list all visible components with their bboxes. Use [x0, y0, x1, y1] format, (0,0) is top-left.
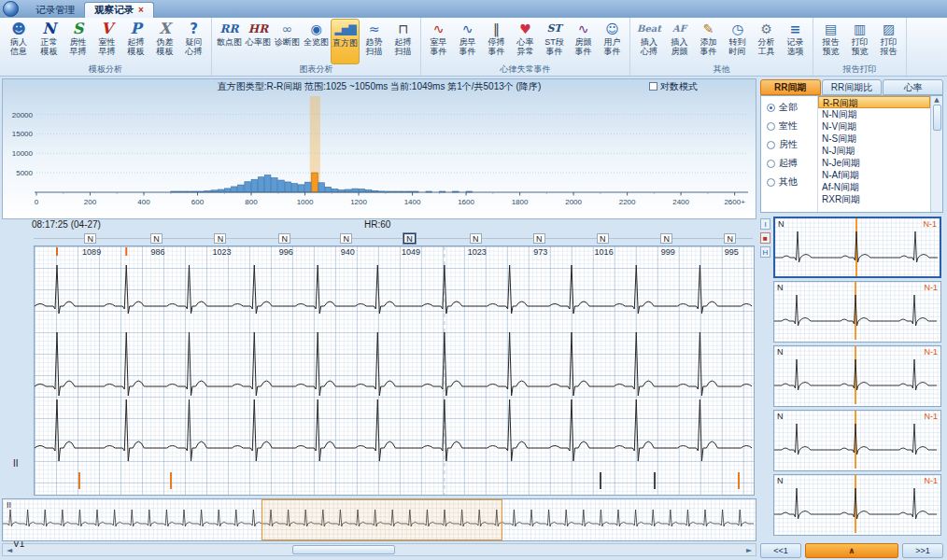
radio-other[interactable]: 其他 [767, 175, 817, 189]
beat-annotation[interactable]: N [214, 233, 226, 244]
tab-observe-record[interactable]: 观察记录 × [84, 2, 154, 18]
ribbon-button-atrial-template[interactable]: S房性 早搏 [64, 19, 92, 64]
beat-preview-item[interactable]: N N-1 [773, 217, 941, 278]
app-menu-button[interactable] [3, 1, 19, 17]
ribbon-button-pvc-event[interactable]: ∿室早 事件 [424, 19, 453, 64]
interval-list-item[interactable]: N-J间期 [818, 145, 930, 157]
horizontal-scrollbar[interactable]: ◄ ► [2, 543, 756, 556]
ribbon-button-insert-af[interactable]: AF插入 房颤 [665, 19, 694, 64]
ribbon-button-label: 正常 模板 [41, 37, 58, 56]
interval-list-item[interactable]: N-Je间期 [818, 157, 930, 169]
tab-rr-interval[interactable]: RR间期 [760, 79, 821, 95]
beat-annotation[interactable]: N [533, 233, 545, 244]
ribbon-button-af-event[interactable]: ∿房颤 事件 [569, 19, 598, 64]
expand-button[interactable]: ∧ [805, 543, 898, 558]
beat-annotation-row: NNNNNNNNNNN [34, 232, 753, 245]
ribbon-button-diagnosis-chart[interactable]: ∞诊断图 [273, 19, 302, 64]
beat-annotation[interactable]: N [597, 233, 609, 244]
interval-list-item[interactable]: RXR间期 [818, 193, 930, 205]
prev-page-button[interactable]: <<1 [760, 543, 801, 558]
beat-annotation[interactable]: N [470, 233, 482, 244]
beat-preview-item[interactable]: N N-1 [773, 410, 941, 471]
interval-type-list: R-R间期 N-N间期 N-V间期 N-S间期 N-J间期 N-Je间期 N-A… [817, 96, 942, 212]
rr-interval-value: 986 [139, 247, 177, 257]
radio-atrial[interactable]: 房性 [767, 138, 817, 151]
preview-tool-scale-icon[interactable]: H [760, 246, 770, 258]
ribbon-button-add-event[interactable]: ✎添加 事件 [694, 19, 723, 64]
interval-list-item[interactable]: N-V间期 [818, 120, 930, 133]
beat-annotation[interactable]: N [724, 233, 736, 244]
ribbon-button-pause-event[interactable]: ‖停搏 事件 [482, 19, 511, 64]
tab-rr-ratio[interactable]: RR间期比 [822, 79, 883, 95]
ribbon-button-histogram[interactable]: ▂▅▇直方图 [331, 19, 360, 64]
ribbon-button-user-event[interactable]: ☺用户 事件 [598, 19, 627, 64]
ribbon-button-record-options[interactable]: ≡记录 选项 [781, 19, 810, 64]
interval-list-item[interactable]: N-S间期 [818, 133, 930, 145]
ribbon-button-apc-event[interactable]: ∿房早 事件 [453, 19, 482, 64]
interval-list-item[interactable]: N-Af间期 [818, 169, 930, 181]
ribbon-group-label: 其他 [633, 64, 810, 76]
insert-beat-icon: Beat [637, 20, 661, 37]
list-scrollbar[interactable]: ▲ [930, 96, 942, 212]
ribbon-button-pace-scan[interactable]: ⊓起搏 扫描 [389, 19, 417, 64]
interval-list-item[interactable]: R-R间期 [818, 96, 930, 108]
ribbon-button-insert-beat[interactable]: Beat插入 心搏 [633, 19, 665, 64]
beat-annotation[interactable]: N [150, 233, 163, 244]
ribbon-button-st-event[interactable]: STST段 事件 [540, 19, 569, 64]
radio-ventricular[interactable]: 室性 [767, 119, 817, 133]
ecg-strip-panel[interactable]: 10899861023996940104910239731016999995 [34, 245, 755, 496]
ribbon-button-label: 报告 预览 [823, 37, 840, 56]
ribbon-button-hr-chart[interactable]: HR心率图 [244, 19, 273, 64]
beat-annotation[interactable]: N [340, 233, 352, 244]
preview-tool-mark-icon[interactable]: ■ [760, 232, 770, 244]
ribbon-button-goto-time[interactable]: ◷转到 时间 [723, 19, 752, 64]
tab-heart-rate[interactable]: 心率 [883, 79, 943, 95]
overview-selection[interactable] [261, 499, 502, 540]
ribbon-button-question-template[interactable]: ?疑问 心搏 [179, 19, 208, 64]
beat-annotation[interactable]: N [278, 233, 290, 244]
beat-preview-item[interactable]: N N-1 [773, 345, 941, 407]
preview-tool-lead-icon[interactable]: I [760, 218, 770, 230]
ribbon-button-trend-scan[interactable]: ≈趋势 扫描 [360, 19, 389, 64]
beat-annotation[interactable]: N [84, 233, 96, 244]
overview-chart-icon: ◉ [310, 20, 321, 37]
histogram-plot[interactable]: 5000100001500020000020040060080010001200… [3, 93, 756, 218]
tab-record-management[interactable]: 记录管理 [26, 2, 84, 18]
beat-preview-item[interactable]: N N-1 [773, 474, 941, 536]
ribbon-button-print-report[interactable]: ▨打印 报告 [874, 19, 903, 64]
scroll-right-icon[interactable]: ► [742, 546, 756, 554]
preview-waveform [774, 282, 937, 340]
ribbon-button-ventricular-template[interactable]: V室性 早搏 [92, 19, 121, 64]
scrollbar-thumb[interactable] [292, 545, 395, 554]
next-page-button[interactable]: >>1 [902, 543, 943, 558]
ribbon-button-report-preview[interactable]: ▤报告 预览 [816, 19, 845, 64]
ribbon-button-patient-info[interactable]: ☻病人 信息 [3, 19, 35, 64]
beat-annotation[interactable]: N [403, 233, 416, 244]
radio-paced[interactable]: 起搏 [767, 157, 817, 170]
ribbon-button-scatter-plot[interactable]: RR散点图 [215, 19, 244, 64]
beat-preview-list: I ■ H N N-1 N N-1 N N-1 N N- [760, 213, 943, 541]
list-scrollbar-thumb[interactable] [933, 105, 941, 131]
ribbon-button-analysis-tools[interactable]: ⚙分析 工具 [752, 19, 781, 64]
radio-all[interactable]: 全部 [767, 101, 817, 114]
gear-icon: ⚙ [760, 20, 772, 37]
ribbon-button-overview-chart[interactable]: ◉全览图 [302, 19, 331, 64]
beat-annotation[interactable]: N [660, 233, 672, 244]
pencil-icon: ✎ [703, 20, 714, 37]
log-mode-checkbox[interactable]: 对数模式 [649, 80, 698, 93]
histogram-panel: 直方图类型:R-R间期 范围:1025 ~1050ms 当前:1049ms 第1… [2, 78, 756, 219]
beat-preview-item[interactable]: N N-1 [773, 281, 941, 343]
ribbon-group-template-analysis: ☻病人 信息 N正常 模板 S房性 早搏 V室性 早搏 P起搏 模板 X伪差 模… [0, 18, 212, 76]
scroll-up-icon[interactable]: ▲ [934, 96, 939, 104]
ribbon-button-paced-template[interactable]: P起搏 模板 [121, 19, 150, 64]
interval-list-item[interactable]: Af-N间期 [818, 181, 930, 193]
ribbon-button-label: 停搏 事件 [488, 37, 505, 56]
ribbon-button-hr-abnormal-event[interactable]: ♥心率 异常 [511, 19, 540, 64]
interval-list-item[interactable]: N-N间期 [818, 108, 930, 120]
close-tab-icon[interactable]: × [138, 6, 144, 15]
scrollbar-track[interactable] [16, 544, 742, 555]
overview-strip[interactable]: II [2, 498, 756, 541]
ribbon-button-print-preview[interactable]: ▥打印 预览 [845, 19, 874, 64]
ribbon-button-artifact-template[interactable]: X伪差 模板 [150, 19, 179, 64]
ribbon-button-normal-template[interactable]: N正常 模板 [35, 19, 64, 64]
